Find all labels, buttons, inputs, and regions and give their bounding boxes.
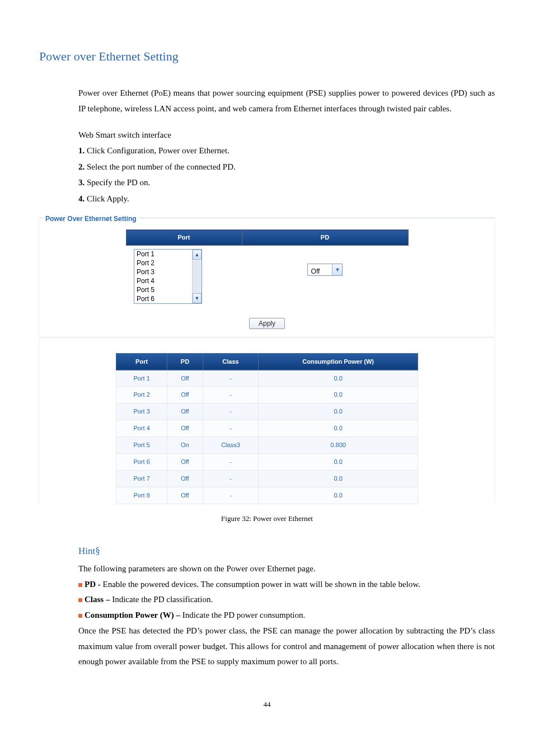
cell-pd: Off [167,403,203,420]
cell-class: - [203,403,259,420]
status-table: Port PD Class Consumption Power (W) Port… [116,353,418,504]
cell-pd: Off [167,470,203,487]
cell-pd: On [167,437,203,454]
port-option[interactable]: Port 2 [134,259,193,267]
cell-pd: Off [167,420,203,437]
cell-class: Class3 [203,437,259,454]
status-header-port: Port [116,353,167,370]
cell-cpw: 0.0 [259,470,418,487]
scroll-down-icon[interactable]: ▼ [193,293,202,303]
interface-label: Web Smart switch interface [78,127,495,143]
step-4: 4. Click Apply. [78,191,495,207]
cell-cpw: 0.0 [259,370,418,387]
cell-cpw: 0.0 [259,487,418,504]
port-listbox[interactable]: Port 1 Port 2 Port 3 Port 4 Port 5 Port … [134,249,202,304]
table-row: Port 2Off-0.0 [116,387,418,403]
step-1: 1. Click Configuration, Power over Ether… [78,143,495,159]
bullet-icon [78,614,82,618]
step-4-num: 4. [78,194,85,203]
step-4-text: Click Apply. [85,194,129,203]
page-number: 44 [39,698,495,712]
figure-caption: Figure 32: Power over Ethernet [39,512,495,526]
cell-port: Port 8 [116,487,167,504]
hint-pd: PD - Enable the powered devices. The con… [78,577,495,593]
step-2-num: 2. [78,162,85,171]
divider [40,337,494,337]
hint-pd-text: Enable the powered devices. The consumpt… [103,580,420,589]
cell-pd: Off [167,487,203,504]
chevron-down-icon[interactable]: ▼ [332,264,342,275]
cell-pd: Off [167,387,203,403]
step-3: 3. Specify the PD on. [78,175,495,191]
cell-class: - [203,387,259,403]
step-2: 2. Select the port number of the connect… [78,159,495,175]
hint-title: Hint§ [78,542,495,560]
table-row: Port 1Off-0.0 [116,370,418,387]
cell-class: - [203,420,259,437]
step-3-text: Specify the PD on. [85,178,150,187]
hint-cpw: Consumption Power (W) – Indicate the PD … [78,608,495,623]
section-title: Power over Ethernet Setting [39,45,495,68]
step-1-num: 1. [78,146,85,155]
cell-cpw: 0.0 [259,454,418,471]
hint-pd-label: PD - [85,580,103,589]
bullet-icon [78,583,82,587]
table-row: Port 4Off-0.0 [116,420,418,437]
cell-port: Port 3 [116,403,167,420]
hint-cpw-text: Indicate the PD power consumption. [182,611,306,619]
step-3-num: 3. [78,178,85,187]
table-row: Port 3Off-0.0 [116,403,418,420]
fieldset-legend: Power Over Ethernet Setting [43,213,139,226]
cell-cpw: 0.0 [259,387,418,403]
step-1-text: Click Configuration, Power over Ethernet… [85,146,229,155]
scroll-up-icon[interactable]: ▲ [193,250,202,260]
cell-class: - [203,454,259,471]
port-option[interactable]: Port 6 [134,294,193,303]
hint-class-label: Class – [85,595,112,604]
cell-port: Port 7 [116,470,167,487]
cell-class: - [203,370,259,387]
table-row: Port 7Off-0.0 [116,470,418,487]
intro-text: Power over Ethernet (PoE) means that pow… [78,85,495,117]
table-row: Port 6Off-0.0 [116,454,418,471]
cell-cpw: 0.0 [259,420,418,437]
step-2-text: Select the port number of the connected … [85,162,236,171]
apply-button[interactable]: Apply [249,318,285,329]
cell-class: - [203,487,259,504]
hint-cpw-label: Consumption Power (W) – [85,611,182,619]
port-option[interactable]: Port 4 [134,276,193,285]
listbox-scrollbar[interactable]: ▲ ▼ [192,250,202,303]
config-header-port: Port [126,230,242,246]
status-header-class: Class [203,353,259,370]
cell-port: Port 1 [116,370,167,387]
cell-pd: Off [167,454,203,471]
cell-pd: Off [167,370,203,387]
config-header-pd: PD [242,230,408,246]
hint-class: Class – Indicate the PD classification. [78,592,495,608]
pd-select[interactable]: Off ▼ [307,264,343,276]
hint-class-text: Indicate the PD classification. [112,595,213,604]
cell-port: Port 5 [116,437,167,454]
pd-select-value: Off [308,264,332,275]
status-header-pd: PD [167,353,203,370]
table-row: Port 8Off-0.0 [116,487,418,504]
port-option[interactable]: Port 5 [134,285,193,294]
cell-port: Port 2 [116,387,167,403]
hint-intro: The following parameters are shown on th… [78,561,495,577]
cell-class: - [203,470,259,487]
poe-settings-fieldset: Power Over Ethernet Setting Port PD Port… [39,218,495,504]
status-header-cpw: Consumption Power (W) [259,353,418,370]
cell-cpw: 0.800 [259,437,418,454]
cell-port: Port 6 [116,454,167,471]
port-option[interactable]: Port 3 [134,267,193,276]
cell-cpw: 0.0 [259,403,418,420]
table-row: Port 5OnClass30.800 [116,437,418,454]
hint-note: Once the PSE has detected the PD’s power… [78,623,495,670]
port-option[interactable]: Port 1 [134,250,193,259]
bullet-icon [78,598,82,602]
cell-port: Port 4 [116,420,167,437]
config-table: Port PD Port 1 Port 2 Port 3 Port 4 Port… [126,229,409,307]
